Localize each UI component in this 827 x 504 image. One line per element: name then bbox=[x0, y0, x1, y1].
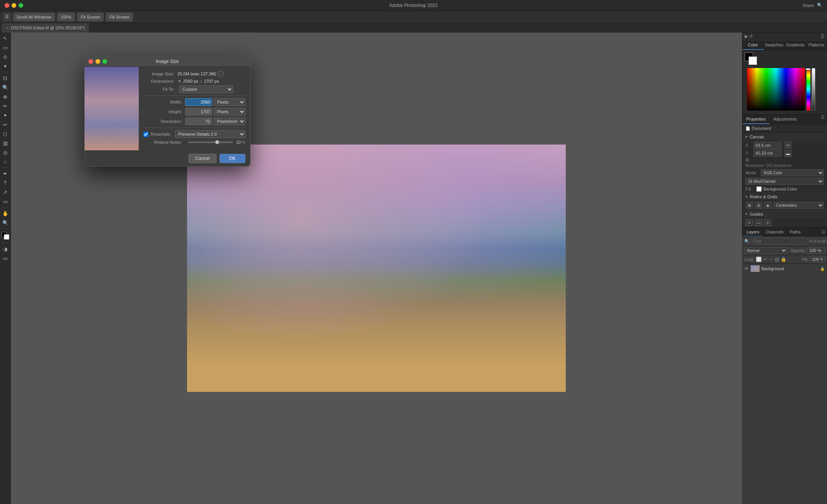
tab-paths[interactable]: Paths bbox=[787, 228, 804, 236]
layer-visibility-icon[interactable]: 👁 bbox=[744, 266, 749, 271]
resample-select[interactable]: Preserve Details 2.0 bbox=[175, 130, 245, 138]
tab-gradients[interactable]: Gradients bbox=[785, 41, 806, 50]
tab-layers[interactable]: Layers bbox=[744, 228, 762, 236]
color-boxes[interactable] bbox=[2, 232, 9, 240]
dodge-tool[interactable]: ○ bbox=[1, 157, 10, 166]
guides-section-header[interactable]: ▼ Guides bbox=[742, 210, 827, 218]
pen-tool[interactable]: ✒ bbox=[1, 169, 10, 178]
app-menu-icon[interactable]: ☰ bbox=[3, 13, 11, 21]
color-spectrum[interactable] bbox=[747, 68, 805, 111]
bits-select[interactable]: 16 Bits/Channel bbox=[745, 178, 824, 185]
dialog-controls[interactable] bbox=[88, 59, 107, 64]
noise-slider-thumb[interactable] bbox=[215, 140, 219, 144]
ok-button[interactable]: OK bbox=[220, 154, 245, 163]
blur-tool[interactable]: ◎ bbox=[1, 148, 10, 157]
filter-name-icon[interactable]: N bbox=[814, 239, 817, 243]
ruler-corner-icon[interactable]: ⊞ bbox=[745, 202, 753, 209]
tab-swatches[interactable]: Swatches bbox=[764, 41, 785, 50]
height-input[interactable] bbox=[185, 108, 212, 116]
properties-options-icon[interactable]: ☰ bbox=[818, 115, 827, 124]
zoom-button[interactable]: 100% bbox=[57, 13, 75, 21]
tab-patterns[interactable]: Patterns bbox=[806, 41, 827, 50]
marquee-tool[interactable]: ▭ bbox=[1, 43, 10, 52]
shape-tool[interactable]: ▭ bbox=[1, 197, 10, 206]
resample-checkbox[interactable] bbox=[143, 132, 148, 137]
mode-select[interactable]: RGB Color bbox=[761, 169, 824, 176]
fill-input-layers[interactable] bbox=[810, 256, 825, 263]
grid-icon[interactable]: ⊟ bbox=[755, 202, 762, 209]
lasso-tool[interactable]: ⊙ bbox=[1, 53, 10, 61]
window-controls[interactable] bbox=[5, 3, 23, 8]
fill-screen-button[interactable]: Fill Screen bbox=[106, 13, 133, 21]
brush-tool[interactable]: ✏ bbox=[1, 102, 10, 110]
layers-options-icon[interactable]: ☰ bbox=[822, 230, 825, 235]
opacity-input[interactable] bbox=[807, 247, 825, 254]
canvas-portrait-icon[interactable]: ▭ bbox=[784, 141, 791, 148]
crop-tool[interactable]: ⊡ bbox=[1, 74, 10, 82]
background-color[interactable] bbox=[4, 234, 9, 240]
share-button[interactable]: Share bbox=[803, 3, 814, 8]
text-tool[interactable]: T bbox=[1, 179, 10, 187]
info-icon[interactable]: i bbox=[218, 71, 224, 77]
ruler-unit-select[interactable]: Centimeters bbox=[773, 202, 824, 209]
gradient-tool[interactable]: ▥ bbox=[1, 139, 10, 147]
document-tab[interactable]: × DSCF5685-Editar.tif @ 25% (RGB/16*) bbox=[2, 23, 90, 32]
guide-vertical-icon[interactable]: + bbox=[764, 219, 772, 226]
canvas-h-input[interactable] bbox=[754, 150, 781, 157]
filter-kind-icon[interactable]: K bbox=[810, 239, 813, 243]
close-button[interactable] bbox=[5, 3, 9, 8]
width-input[interactable] bbox=[185, 98, 212, 106]
isometric-icon[interactable]: ◈ bbox=[764, 202, 772, 209]
rotate-icon[interactable]: ↺ bbox=[749, 34, 753, 39]
lock-transparency-icon[interactable]: ⬜ bbox=[756, 257, 762, 262]
filter-mode-icon[interactable]: M bbox=[822, 239, 825, 243]
alpha-slider[interactable] bbox=[812, 68, 815, 111]
path-tool[interactable]: ↗ bbox=[1, 188, 10, 196]
panel-options-icon[interactable]: ☰ bbox=[820, 34, 825, 39]
resolution-unit-select[interactable]: Pixels/Inch bbox=[214, 117, 245, 125]
canvas-section-header[interactable]: ▼ Canvas bbox=[742, 133, 827, 141]
guide-add-icon[interactable]: + bbox=[745, 219, 753, 226]
lock-position-icon[interactable]: ↔ bbox=[769, 257, 773, 262]
width-unit-select[interactable]: Pixels bbox=[214, 98, 245, 106]
cancel-button[interactable]: Cancel bbox=[189, 154, 216, 163]
dimensions-arrow-icon[interactable]: ▼ bbox=[177, 79, 182, 83]
tab-adjustments[interactable]: Adjustments bbox=[769, 115, 801, 124]
stamp-tool[interactable]: ✦ bbox=[1, 111, 10, 119]
background-swatch[interactable] bbox=[749, 56, 757, 65]
magic-wand-tool[interactable]: ✦ bbox=[1, 62, 10, 70]
dialog-close-button[interactable] bbox=[88, 59, 93, 64]
height-unit-select[interactable]: Pixels bbox=[214, 108, 245, 116]
fill-swatch[interactable] bbox=[756, 186, 762, 192]
search-icon[interactable]: 🔍 bbox=[817, 3, 822, 8]
lock-all-icon[interactable]: 🔒 bbox=[781, 257, 786, 262]
lock-pixels-icon[interactable]: ✏ bbox=[763, 257, 767, 262]
filter-effect-icon[interactable]: fx bbox=[818, 239, 821, 243]
rulers-section-header[interactable]: ▼ Rulers & Grids bbox=[742, 193, 827, 201]
minimize-button[interactable] bbox=[12, 3, 16, 8]
tab-color[interactable]: Color bbox=[742, 41, 764, 50]
layer-item-background[interactable]: 👁 Background 🔒 bbox=[742, 264, 827, 273]
screen-mode-icon[interactable]: ▭ bbox=[1, 254, 10, 262]
hand-tool[interactable]: ✋ bbox=[1, 209, 10, 218]
noise-slider[interactable] bbox=[188, 141, 233, 143]
play-icon[interactable]: ▶ bbox=[745, 34, 748, 39]
heal-tool[interactable]: ⊕ bbox=[1, 92, 10, 101]
tab-properties[interactable]: Properties bbox=[742, 115, 769, 124]
lock-artboard-icon[interactable]: ▧ bbox=[775, 257, 779, 262]
canvas-w-input[interactable] bbox=[754, 142, 781, 149]
fit-screen-button[interactable]: Fit Screen bbox=[77, 13, 104, 21]
canvas-landscape-icon[interactable]: ▬ bbox=[784, 150, 791, 157]
guide-horizontal-icon[interactable]: — bbox=[755, 219, 762, 226]
quick-mask-icon[interactable]: ◑ bbox=[1, 245, 10, 253]
layers-search-input[interactable] bbox=[751, 238, 808, 245]
resolution-input[interactable] bbox=[185, 117, 212, 125]
scroll-all-button[interactable]: Scroll All Windows bbox=[13, 13, 55, 21]
dialog-max-button[interactable] bbox=[102, 59, 107, 64]
tab-channels[interactable]: Channels bbox=[762, 228, 786, 236]
eyedropper-tool[interactable]: 🔍 bbox=[1, 83, 10, 92]
maximize-button[interactable] bbox=[19, 3, 23, 8]
dialog-min-button[interactable] bbox=[95, 59, 100, 64]
zoom-tool[interactable]: 🔍 bbox=[1, 218, 10, 227]
move-tool[interactable]: ↖ bbox=[1, 34, 10, 43]
